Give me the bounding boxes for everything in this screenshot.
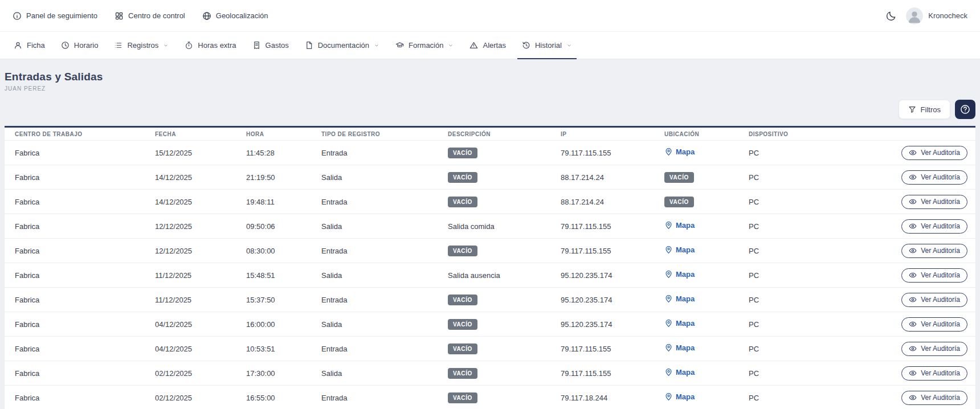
theme-toggle-button[interactable] bbox=[885, 10, 897, 22]
map-link[interactable]: Mapa bbox=[664, 392, 695, 401]
topbar-link-geolocalizacion[interactable]: Geolocalización bbox=[202, 11, 268, 21]
view-audit-button[interactable]: Ver Auditoría bbox=[901, 219, 967, 234]
map-link[interactable]: Mapa bbox=[664, 148, 695, 156]
cell-fecha: 02/12/2025 bbox=[148, 361, 239, 386]
cell-ip: 79.117.115.155 bbox=[554, 337, 658, 361]
map-link[interactable]: Mapa bbox=[664, 319, 695, 328]
tab-label: Documentación bbox=[318, 41, 369, 50]
view-audit-button[interactable]: Ver Auditoría bbox=[901, 170, 967, 185]
map-link[interactable]: Mapa bbox=[664, 221, 695, 230]
eye-icon bbox=[909, 345, 917, 353]
view-audit-button[interactable]: Ver Auditoría bbox=[901, 195, 967, 209]
table-row: Fabrica11/12/202515:48:51SalidaSalida au… bbox=[5, 263, 975, 288]
cell-hora: 09:50:06 bbox=[239, 214, 315, 239]
description-text: Salida ausencia bbox=[448, 271, 500, 280]
tab-label: Horas extra bbox=[198, 41, 236, 50]
cell-ip: 79.117.115.155 bbox=[554, 141, 658, 165]
eye-icon bbox=[909, 149, 917, 157]
view-audit-button[interactable]: Ver Auditoría bbox=[901, 391, 967, 405]
view-audit-button[interactable]: Ver Auditoría bbox=[901, 146, 967, 160]
view-audit-button[interactable]: Ver Auditoría bbox=[901, 317, 967, 332]
cell-ip: 79.117.115.155 bbox=[554, 214, 658, 239]
cell-tipo-registro: Salida bbox=[315, 312, 441, 337]
cell-fecha: 04/12/2025 bbox=[148, 312, 239, 337]
column-header-dispositivo: DISPOSITIVO bbox=[742, 128, 877, 141]
cell-hora: 21:19:50 bbox=[239, 165, 315, 190]
cell-tipo-registro: Entrada bbox=[315, 141, 441, 165]
cell-fecha: 12/12/2025 bbox=[148, 239, 239, 263]
cell-ubicacion: Mapa bbox=[658, 263, 742, 288]
view-audit-button-label: Ver Auditoría bbox=[921, 369, 960, 377]
filters-button[interactable]: Filtros bbox=[899, 100, 950, 119]
tab-gastos[interactable]: Gastos bbox=[244, 32, 297, 59]
cell-actions: Ver Auditoría bbox=[877, 239, 975, 263]
view-audit-button[interactable]: Ver Auditoría bbox=[901, 268, 967, 283]
table-row: Fabrica12/12/202508:30:00EntradaVACÍO79.… bbox=[5, 239, 975, 263]
cell-centro-trabajo: Fabrica bbox=[5, 165, 148, 190]
map-link-label: Mapa bbox=[676, 270, 695, 279]
tab-historial[interactable]: Historial bbox=[514, 32, 580, 59]
map-link[interactable]: Mapa bbox=[664, 343, 695, 352]
empty-badge: VACÍO bbox=[448, 295, 477, 305]
list-icon bbox=[114, 41, 122, 50]
topbar-link-centro-de-control[interactable]: Centro de control bbox=[115, 11, 185, 21]
chevron-down-icon bbox=[448, 43, 454, 48]
view-audit-button-label: Ver Auditoría bbox=[921, 345, 960, 353]
empty-badge: VACÍO bbox=[448, 246, 477, 256]
column-header-actions bbox=[877, 128, 975, 141]
cell-fecha: 15/12/2025 bbox=[148, 141, 239, 165]
view-audit-button[interactable]: Ver Auditoría bbox=[901, 342, 967, 356]
cell-hora: 15:37:50 bbox=[239, 288, 315, 312]
cell-centro-trabajo: Fabrica bbox=[5, 386, 148, 409]
cell-tipo-registro: Entrada bbox=[315, 288, 441, 312]
tab-ficha[interactable]: Ficha bbox=[6, 32, 53, 59]
cell-dispositivo: PC bbox=[742, 263, 877, 288]
cell-fecha: 04/12/2025 bbox=[148, 337, 239, 361]
empty-badge: VACÍO bbox=[448, 172, 477, 183]
empty-badge: VACÍO bbox=[448, 343, 477, 354]
cell-dispositivo: PC bbox=[742, 386, 877, 409]
cell-ip: 79.117.115.155 bbox=[554, 239, 658, 263]
tab-formacion[interactable]: Formación bbox=[387, 32, 462, 59]
cell-fecha: 11/12/2025 bbox=[148, 263, 239, 288]
cell-descripcion: VACÍO bbox=[441, 361, 554, 386]
cell-ubicacion: Mapa bbox=[658, 214, 742, 239]
empty-badge: VACÍO bbox=[448, 319, 477, 330]
view-audit-button[interactable]: Ver Auditoría bbox=[901, 366, 967, 381]
cell-ubicacion: Mapa bbox=[658, 239, 742, 263]
map-link[interactable]: Mapa bbox=[664, 368, 695, 377]
map-link[interactable]: Mapa bbox=[664, 270, 695, 279]
view-audit-button[interactable]: Ver Auditoría bbox=[901, 244, 967, 258]
cell-ubicacion: Mapa bbox=[658, 386, 742, 409]
cell-tipo-registro: Salida bbox=[315, 361, 441, 386]
map-link[interactable]: Mapa bbox=[664, 295, 695, 303]
map-link[interactable]: Mapa bbox=[664, 246, 695, 254]
table-row: Fabrica15/12/202511:45:28EntradaVACÍO79.… bbox=[5, 141, 975, 165]
tab-alertas[interactable]: Alertas bbox=[462, 32, 513, 59]
info-icon bbox=[13, 11, 22, 21]
map-pin-icon bbox=[664, 295, 673, 303]
cell-centro-trabajo: Fabrica bbox=[5, 263, 148, 288]
topbar-link-panel-de-seguimiento[interactable]: Panel de seguimiento bbox=[13, 11, 97, 21]
column-header-fecha: FECHA bbox=[148, 128, 239, 141]
tab-horas-extra[interactable]: Horas extra bbox=[177, 32, 244, 59]
help-button[interactable] bbox=[955, 100, 975, 119]
cell-hora: 16:55:00 bbox=[239, 386, 315, 409]
main-content: Entradas y Salidas JUAN PEREZ Filtros CE… bbox=[0, 71, 980, 409]
description-text: Salida comida bbox=[448, 222, 495, 231]
map-pin-icon bbox=[664, 343, 673, 352]
eye-icon bbox=[909, 369, 917, 377]
eye-icon bbox=[909, 173, 917, 181]
tab-registros[interactable]: Registros bbox=[106, 32, 177, 59]
cell-ubicacion: Mapa bbox=[658, 288, 742, 312]
clock-icon bbox=[61, 41, 70, 50]
cell-ubicacion: Mapa bbox=[658, 361, 742, 386]
cell-descripcion: VACÍO bbox=[441, 337, 554, 361]
tab-documentacion[interactable]: Documentación bbox=[297, 32, 387, 59]
tab-horario[interactable]: Horario bbox=[53, 32, 107, 59]
tab-label: Registros bbox=[127, 41, 158, 50]
cell-dispositivo: PC bbox=[742, 288, 877, 312]
table-row: Fabrica02/12/202517:30:00SalidaVACÍO79.1… bbox=[5, 361, 975, 386]
view-audit-button[interactable]: Ver Auditoría bbox=[901, 293, 967, 307]
user-menu[interactable]: Kronocheck bbox=[906, 7, 967, 24]
